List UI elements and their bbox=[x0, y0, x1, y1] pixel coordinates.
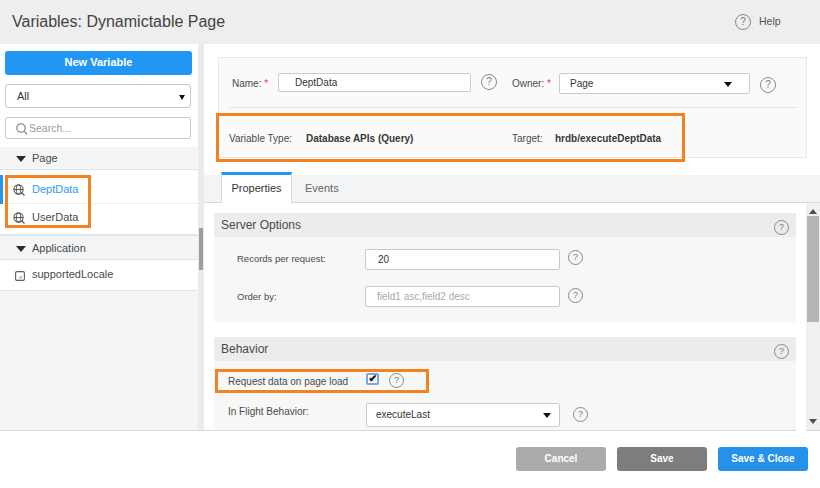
svg-text:x: x bbox=[19, 274, 22, 280]
